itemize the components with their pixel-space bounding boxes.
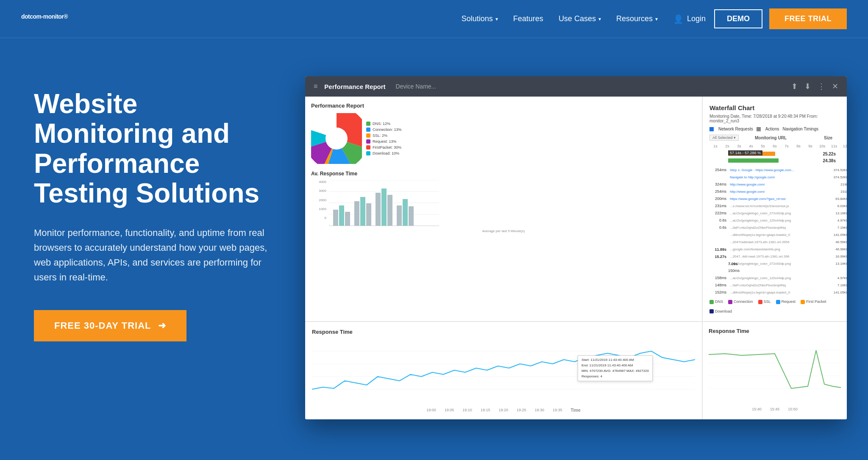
- dashboard-header: ≡ Performance Report Device Name... ⬆ ⬇ …: [305, 76, 847, 97]
- waterfall-legend: DNS Connection SSL Request First Packet …: [709, 299, 840, 313]
- time-axis-2: 15:40 15:45 15:50: [709, 407, 841, 411]
- response-time-chart-2: [709, 338, 841, 405]
- wf-row: 150ms: [709, 268, 840, 274]
- hero-description: Monitor performance, functionality, and …: [34, 225, 271, 285]
- hero-content: Website Monitoring and Performance Testi…: [34, 72, 271, 341]
- nav-item-resources[interactable]: Resources ▾: [616, 14, 658, 23]
- all-selected-dropdown[interactable]: All Selected ▾: [709, 135, 739, 141]
- ssl-legend-dot: [758, 300, 762, 304]
- response-time-chart: Start: 11/21/2019 11:43:40.400 AM End: 1…: [312, 338, 695, 406]
- wf-row: Navigate to http://google.com/ 374.52KB: [709, 174, 840, 180]
- nav-item-solutions[interactable]: Solutions ▾: [462, 14, 498, 23]
- svg-rect-22: [403, 199, 408, 226]
- wf-row: ...2047rw&trawt.1973.afn.1381.ort.3954 4…: [709, 239, 840, 245]
- dashboard-actions: ⬆ ⬇ ⋮ ✕: [791, 82, 838, 91]
- dashboard-icon: ≡: [314, 83, 317, 90]
- nav-item-use-cases[interactable]: Use Cases ▾: [559, 14, 601, 23]
- waterfall-rows: 254ms Step 1: Google - https://www.googl…: [709, 167, 840, 295]
- dns-legend-dot: [709, 300, 714, 304]
- pie-chart-container: DNS: 12% Connection: 13% SSL: 2%: [311, 113, 696, 164]
- wf-row: 0.6s ...ac/2x/googlelogo_color_120x44dp.…: [709, 217, 840, 223]
- wf-row: 222ms ...ac/2x/googlelogo_color_272x92dp…: [709, 210, 840, 216]
- arrow-icon: ➜: [158, 320, 166, 331]
- pie-chart: [311, 113, 362, 164]
- svg-rect-20: [387, 195, 392, 226]
- svg-rect-14: [345, 212, 350, 226]
- svg-rect-21: [397, 205, 402, 226]
- response-tooltip: Start: 11/21/2019 11:43:40.400 AM End: 1…: [578, 355, 653, 381]
- dashboard-body: Waterfall Chart Monitoring Date, Time: 7…: [305, 97, 847, 419]
- y-axis: 4000 3000 2000 1000 0: [311, 180, 328, 220]
- svg-rect-15: [354, 201, 359, 226]
- svg-rect-18: [376, 193, 381, 226]
- nav-menu: Solutions ▾ Features Use Cases ▾ Resourc…: [462, 14, 658, 23]
- wf-row: 148ms ...0aFl-mluOqhd2oZNbcPbocbrqt4Nq 7…: [709, 282, 840, 288]
- svg-rect-16: [360, 197, 365, 226]
- wf-row: 231ms ...s://www.lut.hr/content/js/2/anz…: [709, 203, 840, 209]
- connection-legend-dot: [728, 300, 732, 304]
- download-icon: ⬇: [804, 82, 811, 91]
- chevron-down-icon: ▾: [495, 16, 498, 22]
- svg-point-6: [326, 127, 348, 150]
- wf-row: 15.27s ...2047..4dt=rawt.1973.afn.1381.o…: [709, 253, 840, 259]
- wf-row: 0.6s ...0aFl-mluOqhd2oZNbcPbocbrqt4Nq 7.…: [709, 224, 840, 230]
- login-button[interactable]: 👤 Login: [673, 14, 706, 24]
- wf-row: 7.09s ...ac/2x/googlelogo_color_272x92dp…: [709, 260, 840, 266]
- network-requests-checkbox[interactable]: [709, 127, 714, 131]
- first-packet-legend-dot: [801, 300, 805, 304]
- timeline-ruler: 1s2s3s4s5s6s7s8s9s10s11s12s13s14s15s16s1…: [709, 144, 840, 148]
- time-axis: 19:00 19:05 19:10 19:15 19:20 19:25 19:3…: [312, 408, 695, 413]
- svg-rect-17: [366, 203, 371, 226]
- avg-response-panel: Av. Response Time 4000 3000 2000 1000 0: [311, 171, 696, 233]
- navbar: dotcom-monitor® Solutions ▾ Features Use…: [0, 0, 868, 38]
- actions-checkbox[interactable]: [757, 127, 761, 131]
- wf-row: 324ms http://www.google.com/ 219B: [709, 181, 840, 187]
- wf-row: ...dMvs9Nxpej1s.leg/cb=gaapi.loaded_0 14…: [709, 232, 840, 238]
- download-legend-dot: [709, 309, 714, 313]
- pie-legend: DNS: 12% Connection: 13% SSL: 2%: [366, 122, 402, 155]
- bar-chart-label: Average per last 5 Minute(s): [311, 229, 696, 233]
- dashboard-mockup: ≡ Performance Report Device Name... ⬆ ⬇ …: [305, 76, 847, 419]
- response-time-svg-2: [709, 338, 841, 405]
- bar-chart-svg: [329, 180, 439, 227]
- svg-rect-13: [339, 205, 344, 226]
- performance-report-panel: Performance Report: [305, 97, 702, 321]
- nav-item-features[interactable]: Features: [513, 14, 543, 23]
- bar-green: [728, 158, 779, 163]
- site-logo: dotcom-monitor®: [21, 12, 68, 26]
- cta-button[interactable]: FREE 30-DAY TRIAL ➜: [34, 310, 186, 341]
- response-time-panel: Response Time Start: 11/21/2019 11:43:40…: [305, 322, 702, 419]
- wf-row: 152ms ...dMvs9Nxpej1s.leg/cb=gaapi.loade…: [709, 289, 840, 295]
- svg-rect-12: [333, 210, 338, 226]
- hero-section: Website Monitoring and Performance Testi…: [0, 38, 868, 460]
- wf-row: 158ms ...ac/2x/googlelogo_color_120x44dp…: [709, 275, 840, 281]
- chevron-down-icon: ▾: [655, 16, 658, 22]
- demo-button[interactable]: DEMO: [714, 9, 762, 28]
- waterfall-meta: Monitoring Date, Time: 7/28/2018 at 9:20…: [709, 114, 840, 141]
- share-icon: ⬆: [791, 82, 798, 91]
- wf-row: 11.89s ...google.com/textassistant/la.pn…: [709, 246, 840, 252]
- top-bars: 57.14s - 57.286 % 25.22s 24.38s: [709, 151, 840, 163]
- response-time-panel-2: Response Time 15:40 15:45: [703, 322, 847, 419]
- wf-row: 200ms https://www.google.com/?gws_rd=ssl…: [709, 196, 840, 202]
- wf-row: 254ms Step 1: Google - https://www.googl…: [709, 167, 840, 173]
- hero-title: Website Monitoring and Performance Testi…: [34, 89, 271, 208]
- free-trial-nav-button[interactable]: FREE TRIAL: [769, 8, 847, 29]
- request-legend-dot: [776, 300, 780, 304]
- waterfall-panel: Waterfall Chart Monitoring Date, Time: 7…: [703, 97, 847, 321]
- chevron-down-icon: ▾: [598, 16, 601, 22]
- user-icon: 👤: [673, 14, 684, 24]
- svg-rect-19: [381, 188, 387, 226]
- dashboard-preview: ≡ Performance Report Device Name... ⬆ ⬇ …: [305, 72, 847, 419]
- svg-rect-23: [409, 206, 414, 226]
- close-icon: ✕: [832, 82, 838, 91]
- wf-row: 254ms http://www.google.com/ 231B: [709, 188, 840, 194]
- more-icon: ⋮: [818, 82, 825, 91]
